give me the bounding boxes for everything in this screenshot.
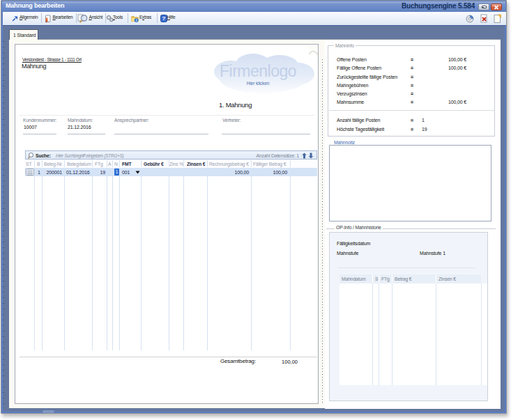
svg-text:?: ?: [162, 15, 166, 22]
